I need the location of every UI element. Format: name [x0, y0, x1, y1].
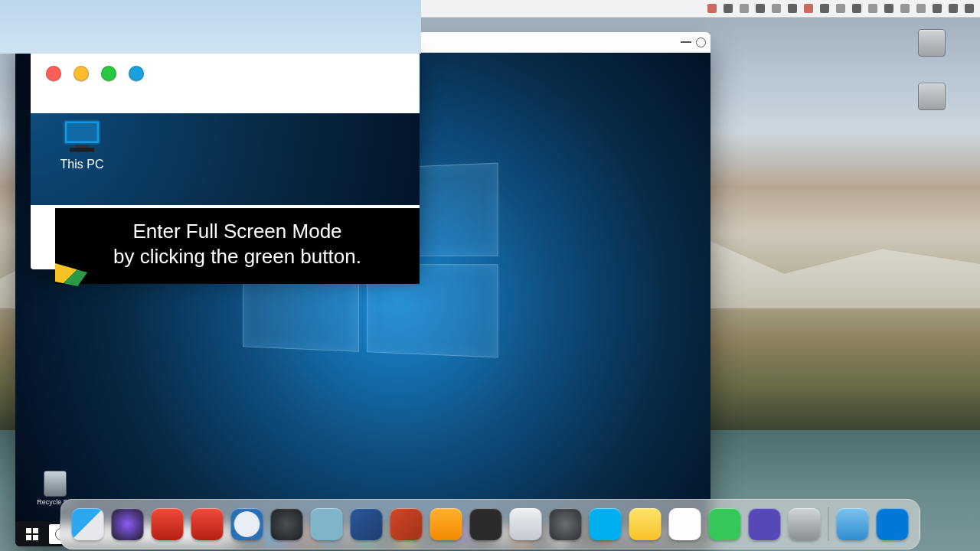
traffic-light-close-button[interactable]	[46, 66, 61, 81]
menu-extra-icon[interactable]	[868, 4, 877, 13]
dock-item-notes[interactable]	[629, 508, 662, 540]
coherence-mode-button[interactable]	[129, 66, 144, 81]
dock-item-quicktime[interactable]	[271, 508, 303, 540]
svg-rect-4	[26, 528, 31, 533]
menu-extra-icon[interactable]	[916, 4, 926, 13]
menu-extra-icon[interactable]	[707, 4, 717, 13]
dock-item-imovie[interactable]	[749, 508, 781, 540]
menu-extra-icon[interactable]	[804, 4, 813, 13]
menu-extra-icon[interactable]	[884, 4, 893, 13]
mac-menu-bar	[0, 0, 980, 18]
menu-extra-icon[interactable]	[836, 4, 845, 13]
svg-rect-6	[26, 535, 31, 540]
dock-item-finder[interactable]	[72, 508, 104, 540]
close-icon[interactable]	[696, 37, 706, 47]
dock-item-skype[interactable]	[590, 508, 622, 540]
mac-drive-icon-2[interactable]	[911, 83, 952, 112]
menu-extra-icon[interactable]	[820, 4, 829, 13]
recycle-bin-icon	[44, 471, 67, 497]
dock-item-folder[interactable]	[837, 508, 869, 540]
svg-rect-10	[75, 145, 89, 148]
dock-item-safari[interactable]	[231, 508, 263, 540]
menu-extra-icon[interactable]	[740, 4, 749, 13]
dock-item-photo-booth[interactable]	[789, 508, 821, 540]
instruction-caption: Enter Full Screen Mode by clicking the g…	[55, 208, 420, 284]
dock-item-siri[interactable]	[112, 508, 144, 540]
dock-item-settings[interactable]	[550, 508, 582, 540]
dock-item-bbedit[interactable]	[470, 508, 502, 540]
menu-extra-icon[interactable]	[788, 4, 797, 13]
menu-extra-icon[interactable]	[900, 4, 910, 13]
dock-item-reminders[interactable]	[669, 508, 701, 540]
hard-drive-icon	[918, 29, 946, 57]
this-pc-label: This PC	[47, 158, 116, 171]
minimize-icon[interactable]	[681, 41, 691, 43]
control-center-icon[interactable]	[965, 4, 974, 13]
dock-item-app[interactable]	[311, 508, 343, 540]
menu-extra-icon[interactable]	[756, 4, 765, 13]
wifi-icon[interactable]	[933, 4, 942, 13]
monitor-icon	[60, 118, 104, 155]
mac-dock[interactable]	[60, 499, 920, 549]
menu-extra-icon[interactable]	[772, 4, 781, 13]
menu-extra-icon[interactable]	[852, 4, 861, 13]
dock-item-word[interactable]	[351, 508, 383, 540]
start-button[interactable]	[18, 523, 46, 545]
mac-drive-icon-1[interactable]	[911, 29, 952, 59]
dock-separator	[828, 507, 829, 541]
svg-rect-9	[67, 123, 96, 141]
svg-rect-11	[70, 148, 94, 152]
traffic-light-minimize-button[interactable]	[74, 66, 89, 81]
caption-line-1: Enter Full Screen Mode	[77, 219, 398, 244]
menu-extra-icon[interactable]	[724, 4, 733, 13]
caption-line-2: by clicking the green button.	[77, 244, 398, 269]
dock-item-messages[interactable]	[709, 508, 741, 540]
dock-item-pages[interactable]	[430, 508, 462, 540]
dock-item-windows[interactable]	[877, 508, 909, 540]
callout-desktop-preview: This PC	[31, 113, 420, 205]
dock-item-parallels[interactable]	[191, 508, 224, 540]
dock-item-parallels-setup[interactable]	[152, 508, 184, 540]
spotlight-icon[interactable]	[949, 4, 958, 13]
mac-traffic-lights-zoom	[31, 52, 420, 95]
windows-logo-icon	[26, 528, 38, 540]
this-pc-desktop-icon[interactable]: This PC	[47, 118, 116, 171]
vm-window-titlebar[interactable]	[15, 32, 710, 53]
dock-item-preview[interactable]	[510, 508, 542, 540]
hard-drive-icon	[918, 83, 946, 110]
traffic-light-fullscreen-button[interactable]	[101, 66, 116, 81]
svg-rect-7	[33, 535, 38, 540]
dock-item-powerpoint[interactable]	[390, 508, 423, 540]
svg-rect-5	[33, 528, 38, 533]
instruction-callout: This PC Enter Full Screen Mode by clicki…	[31, 52, 420, 269]
